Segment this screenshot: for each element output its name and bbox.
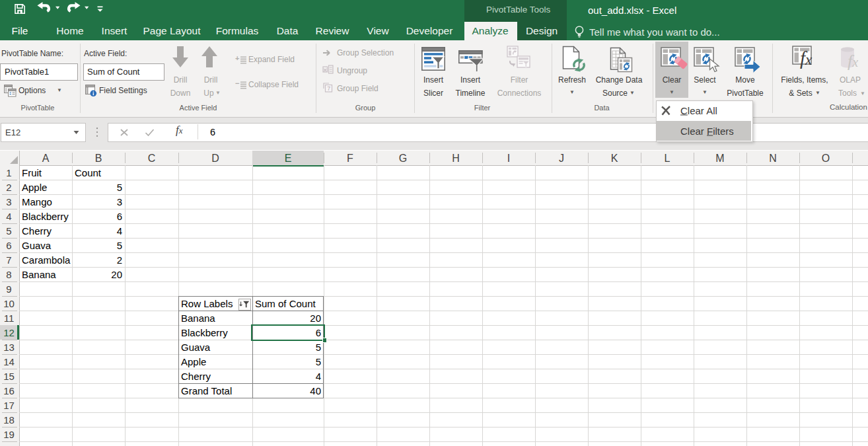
svg-text:−: −	[235, 79, 239, 87]
svg-text:7: 7	[327, 85, 330, 92]
svg-text:+: +	[235, 54, 239, 62]
